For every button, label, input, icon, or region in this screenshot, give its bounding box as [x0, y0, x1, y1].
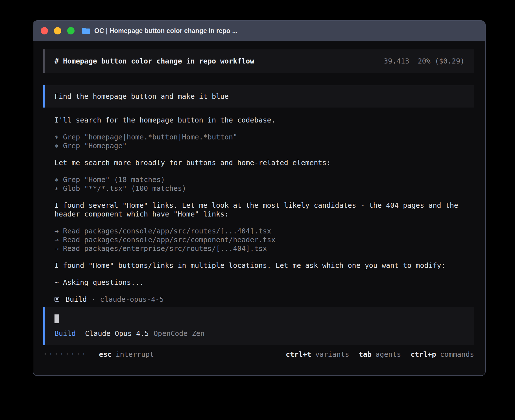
ctrl-t-key: ctrl+t: [286, 350, 311, 359]
assistant-transcript: I'll search for the homepage button in t…: [54, 108, 474, 304]
text-cursor: [54, 314, 59, 323]
context-usage: 20% ($0.29): [418, 57, 464, 65]
prompt-input[interactable]: Build Claude Opus 4.5 OpenCode Zen: [43, 307, 474, 345]
tool-call-read: → Read packages/console/app/src/componen…: [54, 235, 474, 244]
traffic-lights: [41, 27, 75, 34]
window-title: OC | Homepage button color change in rep…: [94, 27, 237, 35]
tool-call-grep: ∗ Grep "Homepage": [54, 141, 474, 150]
agent-separator: ·: [91, 295, 95, 304]
agent-mode-label[interactable]: Build: [54, 329, 76, 338]
user-message-text: Find the homepage button and make it blu…: [54, 92, 229, 100]
token-count: 39,413: [384, 57, 409, 65]
assistant-text: I found "Home" buttons/links in multiple…: [54, 261, 474, 270]
agents-hint: tab agents: [359, 350, 401, 359]
provider-label: OpenCode Zen: [154, 329, 205, 338]
terminal-window: OC | Homepage button color change in rep…: [33, 20, 486, 376]
assistant-text: I found several "Home" links. Let me loo…: [54, 201, 474, 218]
terminal-content: # Homepage button color change in repo w…: [33, 41, 485, 376]
agent-model: claude-opus-4-5: [100, 295, 164, 304]
agent-name: Build: [66, 295, 87, 304]
assistant-text: I'll search for the homepage button in t…: [54, 116, 474, 124]
ctrl-p-key: ctrl+p: [411, 350, 436, 359]
input-meta-row: Build Claude Opus 4.5 OpenCode Zen: [54, 329, 464, 338]
session-title: # Homepage button color change in repo w…: [54, 57, 254, 65]
assistant-text: Let me search more broadly for buttons a…: [54, 158, 474, 167]
tool-call-glob: ∗ Glob "**/*.tsx" (100 matches): [54, 184, 474, 193]
tool-call-grep: ∗ Grep "Home" (18 matches): [54, 175, 474, 184]
user-message: Find the homepage button and make it blu…: [43, 85, 474, 108]
tab-key: tab: [359, 350, 372, 359]
tool-call-grep: ∗ Grep "homepage|home.*button|Home.*butt…: [54, 133, 474, 141]
status-bar: ········ esc interrupt ctrl+t variants t…: [43, 350, 474, 359]
status-line: ~ Asking questions...: [54, 278, 474, 287]
folder-icon: [82, 27, 90, 34]
spinner-dots-icon: ········: [43, 350, 87, 359]
session-stats: 39,413 20% ($0.29): [384, 57, 464, 65]
session-header: # Homepage button color change in repo w…: [43, 49, 474, 73]
model-name-label[interactable]: Claude Opus 4.5: [85, 329, 149, 338]
tool-call-group: ∗ Grep "homepage|home.*button|Home.*butt…: [54, 133, 474, 150]
commands-label: commands: [440, 350, 474, 359]
esc-label: interrupt: [116, 350, 154, 359]
variants-label: variants: [315, 350, 349, 359]
esc-key: esc: [99, 350, 112, 359]
zoom-button[interactable]: [67, 27, 75, 34]
tool-call-group: → Read packages/console/app/src/routes/[…: [54, 227, 474, 253]
commands-hint: ctrl+p commands: [411, 350, 474, 359]
agent-icon: [54, 297, 59, 302]
tool-call-read: → Read packages/enterprise/src/routes/[.…: [54, 244, 474, 253]
status-bar-right: ctrl+t variants tab agents ctrl+p comman…: [286, 350, 474, 359]
tool-call-read: → Read packages/console/app/src/routes/[…: [54, 227, 474, 235]
titlebar[interactable]: OC | Homepage button color change in rep…: [33, 21, 485, 41]
status-bar-left: ········ esc interrupt: [43, 350, 154, 359]
minimize-button[interactable]: [54, 27, 61, 34]
close-button[interactable]: [41, 27, 48, 34]
tool-call-group: ∗ Grep "Home" (18 matches) ∗ Glob "**/*.…: [54, 175, 474, 193]
agents-label: agents: [376, 350, 401, 359]
esc-hint: esc interrupt: [99, 350, 154, 359]
variants-hint: ctrl+t variants: [286, 350, 349, 359]
agent-indicator: Build · claude-opus-4-5: [54, 295, 474, 304]
